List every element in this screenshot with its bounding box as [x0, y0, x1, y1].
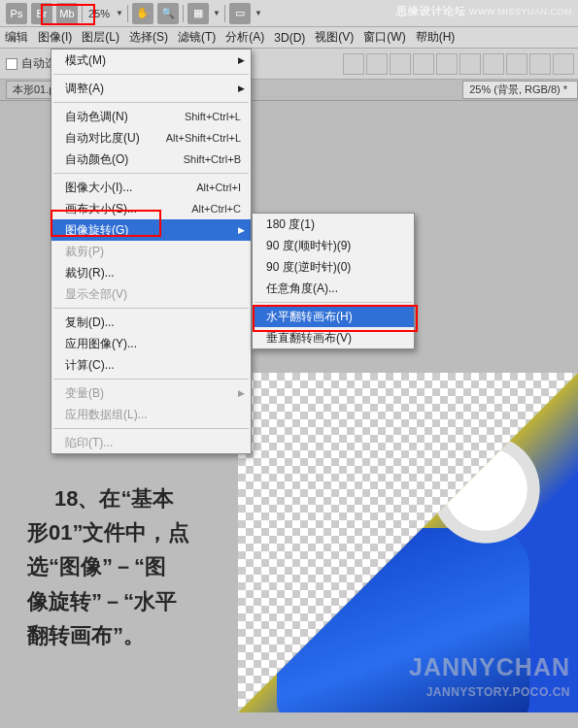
- menu-edit[interactable]: 编辑: [0, 27, 33, 49]
- menu-divider: [255, 302, 412, 303]
- view-icon[interactable]: ▦: [187, 3, 209, 24]
- menu-3d[interactable]: 3D(D): [269, 27, 310, 49]
- hand-icon[interactable]: ✋: [132, 3, 153, 24]
- menu-item-trim[interactable]: 裁切(R)...: [51, 262, 251, 283]
- submenu-arrow-icon: ▶: [238, 225, 245, 235]
- menu-analysis[interactable]: 分析(A): [221, 27, 269, 49]
- zoom-icon[interactable]: 🔍: [157, 3, 179, 24]
- watermark-top: 思缘设计论坛 WWW.MISSYUAN.COM: [396, 4, 572, 18]
- menu-item-trap: 陷印(T)...: [51, 432, 251, 453]
- menu-help[interactable]: 帮助(H): [411, 27, 460, 49]
- menu-item-arbitrary[interactable]: 任意角度(A)...: [253, 278, 414, 299]
- menu-item-reveal-all: 显示全部(V): [51, 283, 251, 305]
- menu-item-auto-contrast[interactable]: 自动对比度(U)Alt+Shift+Ctrl+L: [51, 127, 251, 149]
- align-icon[interactable]: [506, 53, 527, 75]
- menu-item-adjustments[interactable]: 调整(A)▶: [51, 78, 251, 99]
- menu-item-90ccw[interactable]: 90 度(逆时针)(0): [253, 256, 414, 278]
- separator: [127, 5, 128, 22]
- menu-divider: [53, 428, 249, 429]
- menu-divider: [53, 308, 249, 309]
- menu-filter[interactable]: 滤镜(T): [173, 27, 221, 49]
- menu-select[interactable]: 选择(S): [124, 27, 173, 49]
- align-icon[interactable]: [366, 53, 388, 75]
- menu-item-data-sets: 应用数据组(L)...: [51, 404, 251, 425]
- menu-item-crop: 裁剪(P): [51, 241, 251, 262]
- image-menu-popup: 模式(M)▶ 调整(A)▶ 自动色调(N)Shift+Ctrl+L 自动对比度(…: [51, 49, 252, 454]
- screen-dropdown-icon[interactable]: ▼: [255, 9, 262, 17]
- menu-window[interactable]: 窗口(W): [358, 27, 410, 49]
- menu-item-apply-image[interactable]: 应用图像(Y)...: [51, 333, 251, 354]
- menu-item-auto-color[interactable]: 自动颜色(O)Shift+Ctrl+B: [51, 149, 251, 170]
- menu-layer[interactable]: 图层(L): [77, 27, 124, 49]
- highlight-flip-horizontal: [253, 305, 418, 332]
- align-icon[interactable]: [459, 53, 481, 75]
- menu-divider: [53, 379, 249, 380]
- highlight-rotation: [51, 210, 161, 237]
- align-icon[interactable]: [390, 53, 411, 75]
- menu-item-180[interactable]: 180 度(1): [253, 214, 414, 235]
- watermark-url: JANNYSTORY.POCO.CN: [426, 685, 570, 699]
- menu-bar: 编辑 图像(I) 图层(L) 选择(S) 滤镜(T) 分析(A) 3D(D) 视…: [0, 27, 578, 49]
- screen-mode-icon[interactable]: ▭: [229, 3, 251, 24]
- menu-view[interactable]: 视图(V): [310, 27, 358, 49]
- submenu-arrow-icon: ▶: [238, 83, 245, 93]
- menu-item-auto-tone[interactable]: 自动色调(N)Shift+Ctrl+L: [51, 106, 251, 127]
- menu-item-mode[interactable]: 模式(M)▶: [51, 50, 251, 71]
- align-icon[interactable]: [343, 53, 364, 75]
- menu-divider: [53, 74, 249, 75]
- separator: [224, 5, 225, 22]
- menu-divider: [53, 173, 249, 174]
- menu-item-duplicate[interactable]: 复制(D)...: [51, 312, 251, 333]
- menu-divider: [53, 102, 249, 103]
- align-icon[interactable]: [529, 53, 551, 75]
- submenu-arrow-icon: ▶: [238, 55, 245, 65]
- view-dropdown-icon[interactable]: ▼: [213, 9, 221, 17]
- menu-item-90cw[interactable]: 90 度(顺时针)(9): [253, 235, 414, 256]
- align-icon[interactable]: [436, 53, 458, 75]
- separator: [183, 5, 184, 22]
- ps-icon[interactable]: Ps: [6, 3, 27, 24]
- highlight-image-menu: [41, 4, 95, 25]
- submenu-arrow-icon: ▶: [238, 388, 245, 398]
- auto-select-checkbox[interactable]: [6, 58, 17, 70]
- document-tab-active[interactable]: 25% (背景, RGB/8) *: [462, 81, 578, 99]
- menu-item-variables: 变量(B)▶: [51, 382, 251, 404]
- align-icon[interactable]: [553, 53, 574, 75]
- menu-item-image-size[interactable]: 图像大小(I)...Alt+Ctrl+I: [51, 177, 251, 198]
- align-icon[interactable]: [483, 53, 504, 75]
- menu-item-calculations[interactable]: 计算(C)...: [51, 354, 251, 376]
- watermark-author: JANNYCHAN: [409, 653, 570, 681]
- menu-image[interactable]: 图像(I): [33, 27, 77, 49]
- align-icon[interactable]: [413, 53, 434, 75]
- instruction-text: 18、在“基本 形01”文件中，点 选“图像”－“图 像旋转”－“水平 翻转画布…: [27, 481, 251, 652]
- zoom-dropdown-icon[interactable]: ▼: [116, 9, 123, 17]
